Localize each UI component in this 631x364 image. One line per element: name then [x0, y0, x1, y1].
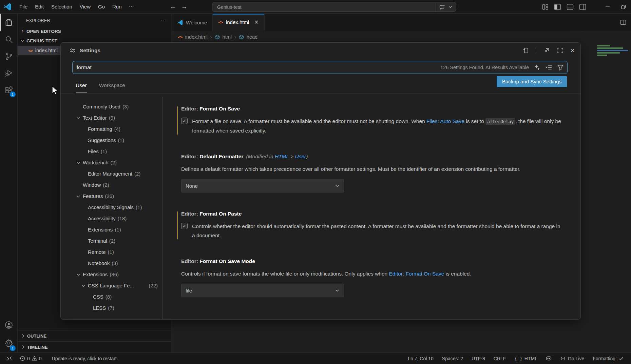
toc-count: (26)	[105, 193, 114, 199]
toc-item-workbench[interactable]: Workbench(2)	[61, 157, 162, 168]
setting-select[interactable]: None	[181, 179, 344, 193]
chevron-down-icon	[335, 288, 340, 293]
toc-item-files[interactable]: Files(1)	[61, 146, 162, 157]
status-formatting-label: Formatting:	[593, 356, 617, 361]
desc-text: is enabled.	[444, 271, 471, 277]
status-go-live[interactable]: Go Live	[557, 354, 587, 363]
tab-welcome[interactable]: Welcome	[172, 14, 213, 31]
toc-count: (4)	[114, 126, 120, 132]
toc-item-extensions[interactable]: Extensions(1)	[61, 224, 162, 235]
status-update-label: Update is ready, click to restart.	[52, 356, 118, 361]
search-icon[interactable]	[0, 31, 18, 48]
tab-workspace[interactable]: Workspace	[99, 82, 125, 93]
dialog-close-icon[interactable]: ✕	[570, 47, 575, 54]
setting-link[interactable]: HTML	[275, 154, 289, 159]
command-center-search[interactable]: Genius-test	[212, 2, 456, 12]
status-formatting[interactable]: Formatting:	[590, 354, 626, 363]
extensions-badge: 1	[10, 92, 16, 97]
menu-file[interactable]: File	[16, 2, 31, 12]
restore-button[interactable]	[615, 0, 631, 14]
setting-select[interactable]: file	[181, 284, 344, 297]
run-debug-icon[interactable]	[0, 65, 18, 82]
toc-item-css[interactable]: CSS(8)	[61, 291, 162, 302]
toggle-primary-sidebar-icon[interactable]	[554, 4, 561, 10]
ai-sparkle-icon[interactable]	[534, 64, 540, 71]
clear-search-icon[interactable]	[545, 64, 552, 71]
nav-forward-button[interactable]: →	[181, 3, 188, 11]
toc-item-accessibility-signals[interactable]: Accessibility Signals(1)	[61, 202, 162, 213]
toc-item-remote[interactable]: Remote(1)	[61, 246, 162, 258]
open-in-new-window-icon[interactable]	[543, 47, 550, 54]
modified-indicator	[177, 211, 178, 239]
chevron-down-icon	[81, 283, 86, 288]
filter-icon[interactable]	[557, 64, 564, 71]
setting-description-row: ✓Controls whether the editor should auto…	[181, 222, 567, 240]
toc-item-notebook[interactable]: Notebook(3)	[61, 258, 162, 269]
menu-selection[interactable]: Selection	[47, 2, 76, 12]
setting-description-row: ✓Format a file on save. A formatter must…	[181, 117, 567, 135]
status-update[interactable]: Update is ready, click to restart.	[47, 354, 121, 363]
setting-checkbox[interactable]: ✓	[181, 118, 188, 124]
explorer-actions-button[interactable]: ···	[161, 18, 166, 23]
status-cursor-position[interactable]: Ln 7, Col 10	[405, 354, 436, 363]
setting-name: Format On Save Mode	[199, 258, 255, 264]
toggle-secondary-sidebar-icon[interactable]	[579, 4, 586, 10]
setting-checkbox[interactable]: ✓	[181, 223, 188, 229]
toggle-panel-icon[interactable]	[567, 4, 574, 10]
toc-item-css-language-fe-[interactable]: CSS Language Fe...(22)	[61, 280, 162, 291]
minimize-button[interactable]	[600, 0, 615, 14]
source-control-icon[interactable]	[0, 48, 18, 65]
toc-item-text-editor[interactable]: Text Editor(9)	[61, 112, 162, 123]
tab-close-icon[interactable]: ✕	[254, 19, 259, 25]
setting-link[interactable]: Editor: Format On Save	[389, 271, 444, 277]
outline-section[interactable]: OUTLINE	[18, 330, 171, 341]
outline-label: OUTLINE	[27, 333, 46, 339]
status-eol[interactable]: CRLF	[491, 354, 509, 363]
menu-edit[interactable]: Edit	[31, 2, 47, 12]
copilot-chat-icon[interactable]	[439, 4, 445, 10]
open-settings-json-icon[interactable]	[522, 47, 529, 54]
status-encoding[interactable]: UTF-8	[469, 354, 488, 363]
toc-item-suggestions[interactable]: Suggestions(1)	[61, 135, 162, 146]
toc-item-less[interactable]: LESS(7)	[61, 302, 162, 314]
settings-search-input[interactable]	[77, 64, 440, 70]
breadcrumb-item-head[interactable]: head	[247, 34, 257, 40]
breadcrumb-item-file[interactable]: index.html	[185, 34, 208, 40]
menu-go[interactable]: Go	[94, 2, 109, 12]
toc-item-terminal[interactable]: Terminal(2)	[61, 235, 162, 246]
open-editors-section[interactable]: OPEN EDITORS	[18, 27, 171, 36]
status-copilot[interactable]	[543, 354, 554, 363]
extensions-icon[interactable]: 1	[0, 82, 18, 99]
status-language-mode[interactable]: { }HTML	[512, 354, 540, 363]
chevron-down-icon[interactable]	[448, 5, 453, 9]
toc-item-features[interactable]: Features(26)	[61, 190, 162, 202]
menu-view[interactable]: View	[76, 2, 94, 12]
tab-index-html[interactable]: <> index.html ✕	[213, 14, 264, 31]
toc-item-editor-management[interactable]: Editor Management(2)	[61, 168, 162, 179]
menubar-overflow-button[interactable]: ⋯	[126, 4, 137, 10]
split-editor-icon[interactable]	[620, 19, 626, 25]
status-indentation[interactable]: Spaces: 2	[439, 354, 466, 363]
fullscreen-icon[interactable]	[557, 47, 563, 54]
setting-link[interactable]: User	[295, 154, 306, 159]
nav-back-button[interactable]: ←	[170, 3, 176, 11]
timeline-section[interactable]: TIMELINE	[18, 341, 171, 352]
toc-item-commonly-used[interactable]: Commonly Used(3)	[61, 101, 162, 112]
customize-layout-icon[interactable]	[542, 4, 549, 10]
toc-item-window[interactable]: Window(2)	[61, 179, 162, 190]
status-problems[interactable]: 00	[17, 354, 44, 363]
explorer-icon[interactable]	[0, 14, 18, 31]
toc-label: Formatting	[88, 126, 112, 132]
tab-user[interactable]: User	[76, 82, 87, 93]
setting-link[interactable]: Files: Auto Save	[426, 118, 464, 124]
toc-item-extensions[interactable]: Extensions(86)	[61, 269, 162, 280]
settings-gear-icon[interactable]: 1	[0, 333, 18, 352]
backup-sync-settings-button[interactable]: Backup and Sync Settings	[497, 76, 567, 87]
breadcrumb-item-html[interactable]: html	[223, 34, 232, 40]
toc-item-accessibility[interactable]: Accessibility(18)	[61, 213, 162, 224]
toc-item-formatting[interactable]: Formatting(4)	[61, 123, 162, 135]
accounts-icon[interactable]	[0, 317, 18, 333]
status-remote[interactable]	[4, 354, 15, 363]
tab-index-html-label: index.html	[226, 19, 249, 25]
menu-run[interactable]: Run	[109, 2, 126, 12]
